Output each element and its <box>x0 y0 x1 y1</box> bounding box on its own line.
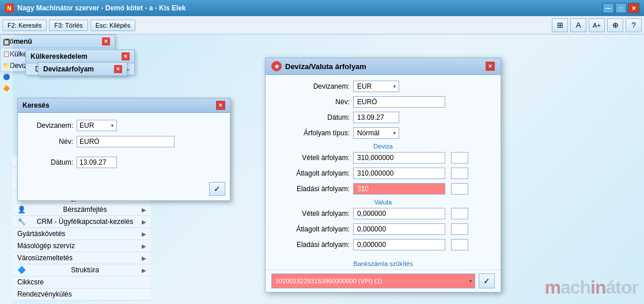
kulker-title: Külkereskedelem <box>31 52 88 60</box>
watermark: machinátor <box>545 277 638 298</box>
dv-veteli-extra[interactable] <box>451 152 468 164</box>
bankszamla-section-title: Bankszámla szűkítés <box>266 260 501 267</box>
dv-val-atlagolt-row: Átlagolt árfolyam: <box>275 223 491 235</box>
dv-val-eladasi-input[interactable] <box>353 239 445 250</box>
f2-search-button[interactable]: F2: Keresés <box>2 20 47 31</box>
dv-datum-label: Dátum: <box>275 113 350 121</box>
menu-rendezv[interactable]: Rendezvénykülés <box>13 288 151 301</box>
grid-icon[interactable]: ⊞ <box>552 18 568 32</box>
nev-row: Név: <box>27 136 221 147</box>
dv-nev-input[interactable] <box>353 96 445 108</box>
fomenu-header: Főmenü ✕ <box>1 35 115 48</box>
dv-title-icon: ◆ <box>271 61 282 71</box>
dv-val-atlagolt-input[interactable] <box>353 223 445 235</box>
dv-devizanem-label: Devizanem: <box>275 82 350 90</box>
arrow-icon: ▶ <box>142 231 146 237</box>
dv-eladasi-label: Eladási árfolyam: <box>275 185 350 193</box>
dv-arfolyam-tipus-select-wrapper[interactable]: Normál <box>353 127 399 139</box>
dv-eladasi-input[interactable] <box>353 183 445 195</box>
dv-atlagolt-extra[interactable] <box>451 168 468 179</box>
devizanem-label: Devizanem: <box>27 121 73 130</box>
menu-cikkcsre[interactable]: Cikkcsre <box>13 276 151 288</box>
struktura-icon: 🔷 <box>17 266 26 274</box>
dv-atlagolt-input[interactable] <box>353 168 445 179</box>
dv-val-eladasi-label: Eladási árfolyam: <box>275 241 350 249</box>
deviza-sub-header: Devizaárfolyam ✕ <box>39 63 127 76</box>
arrow-icon: ▶ <box>142 267 146 273</box>
minimize-button[interactable]: — <box>603 3 614 13</box>
esc-exit-button[interactable]: Esc: Kilépés <box>90 20 136 31</box>
menu-crm[interactable]: 🔧 CRM - Ügyfélkapcsolat-kezelés ▶ <box>13 216 151 228</box>
dv-datum-input[interactable] <box>353 112 399 123</box>
font-icon[interactable]: A <box>570 18 586 32</box>
dv-confirm-button[interactable]: ✓ <box>479 273 495 288</box>
title-bar: N Nagy Machinátor szerver - Demó kötet -… <box>0 0 644 16</box>
dv-eladasi-row: Eladási árfolyam: <box>275 183 491 195</box>
dv-veteli-label: Vételi árfolyam: <box>275 154 350 162</box>
kulker-header: Külkereskedelem ✕ <box>26 50 134 63</box>
kulker-close[interactable]: ✕ <box>122 52 130 60</box>
add-icon[interactable]: ⊕ <box>607 18 623 32</box>
berszam-icon: 👤 <box>17 206 26 214</box>
devizanem-row: Devizanem: EUR <box>27 120 221 131</box>
kereses-titlebar: Keresés ✕ <box>18 98 230 113</box>
dv-atlagolt-label: Átlagolt árfolyam: <box>275 169 350 177</box>
toolbar: F2: Keresés F3: Törlés Esc: Kilépés ⊞ A … <box>0 16 644 35</box>
toolbar-right-icons: ⊞ A A+ ⊕ ? <box>552 18 642 32</box>
dv-arfolyam-tipus-label: Árfolyam típus: <box>275 129 350 137</box>
dv-val-veteli-input[interactable] <box>353 208 445 219</box>
kereses-close-button[interactable]: ✕ <box>216 101 225 110</box>
deviza-valuta-dialog: ◆ Deviza/Valuta árfolyam ✕ Devizanem: EU… <box>265 58 501 292</box>
arrow-icon: ▶ <box>142 255 146 261</box>
bankszamla-dropdown-wrapper[interactable]: 10200232293153960000000 (VPI) (1) <box>271 273 475 288</box>
help-icon[interactable]: ? <box>626 18 642 32</box>
deviza-sub-panel: Devizaárfolyam ✕ <box>38 62 127 77</box>
dv-val-veteli-extra[interactable] <box>451 208 468 219</box>
valuta-section-title: Valuta <box>275 199 491 206</box>
dv-dialog-title: Deviza/Valuta árfolyam <box>285 62 366 71</box>
kereses-title: Keresés <box>22 101 50 109</box>
dv-arfolyam-tipus-select[interactable]: Normál <box>353 127 399 139</box>
dv-val-eladasi-extra[interactable] <box>451 239 468 250</box>
arrow-icon: ▶ <box>142 243 146 249</box>
sidebar-icon-1: 🔲 <box>1 37 12 47</box>
dv-devizanem-select-wrapper[interactable]: EUR <box>353 81 399 92</box>
menu-gyartas[interactable]: Gyártáskövetés ▶ <box>13 228 151 240</box>
dv-veteli-row: Vételi árfolyam: <box>275 152 491 164</box>
f3-delete-button[interactable]: F3: Törlés <box>49 20 88 31</box>
window-title: Nagy Machinátor szerver - Demó kötet - a… <box>17 4 186 12</box>
dv-veteli-input[interactable] <box>353 152 445 164</box>
menu-struktura[interactable]: 🔷 Struktúra ▶ <box>13 264 151 276</box>
dv-val-atlagolt-extra[interactable] <box>451 223 468 235</box>
bankszamla-select[interactable]: 10200232293153960000000 (VPI) (1) <box>271 273 475 288</box>
dv-val-veteli-row: Vételi árfolyam: <box>275 208 491 219</box>
deviza-sub-close[interactable]: ✕ <box>114 65 122 73</box>
font-larger-icon[interactable]: A+ <box>589 18 605 32</box>
datum-input[interactable] <box>77 157 117 168</box>
maximize-button[interactable]: □ <box>615 3 627 13</box>
dv-val-eladasi-row: Eladási árfolyam: <box>275 239 491 250</box>
sidebar-icon-3: 📁 <box>1 60 12 70</box>
dv-datum-row: Dátum: <box>275 112 491 123</box>
devizanem-select[interactable]: EUR <box>77 120 117 131</box>
crm-icon: 🔧 <box>17 218 26 226</box>
nev-input[interactable] <box>77 136 175 147</box>
nev-label: Név: <box>27 138 73 146</box>
app-icon: N <box>5 3 14 13</box>
datum-row: Dátum: <box>27 157 221 168</box>
dv-nev-row: Név: <box>275 96 491 108</box>
dv-arfolyam-tipus-row: Árfolyam típus: Normál <box>275 127 491 139</box>
kereses-confirm-button[interactable]: ✓ <box>209 182 225 196</box>
dv-close-button[interactable]: ✕ <box>486 62 495 71</box>
fomenu-close[interactable]: ✕ <box>102 37 110 45</box>
close-button[interactable]: ✕ <box>628 3 639 13</box>
devizanem-select-wrapper[interactable]: EUR <box>77 120 117 131</box>
menu-varos[interactable]: Városüzemeltetés ▶ <box>13 252 151 264</box>
dv-val-atlagolt-label: Átlagolt árfolyam: <box>275 225 350 233</box>
dv-nev-label: Név: <box>275 98 350 106</box>
menu-masolo[interactable]: Másológép szervíz ▶ <box>13 240 151 252</box>
dv-eladasi-extra[interactable] <box>451 183 468 195</box>
dv-devizanem-select[interactable]: EUR <box>353 81 399 92</box>
menu-berszam[interactable]: 👤 Bérszámfejtés ▶ <box>13 204 151 216</box>
datum-label: Dátum: <box>27 158 73 166</box>
